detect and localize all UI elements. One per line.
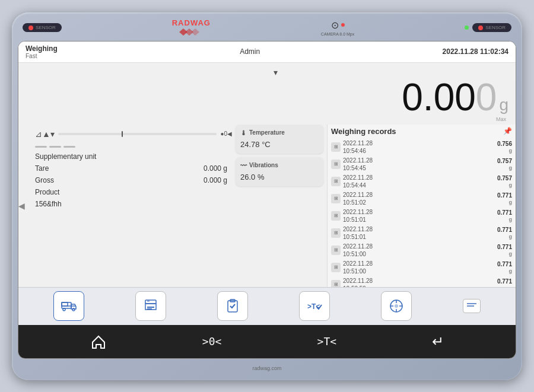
device-bottom-bar: radwag.com: [18, 362, 516, 374]
svg-rect-0: [62, 302, 71, 308]
camera-area: ⊙ CAMERA 8.0 Mpx: [321, 20, 354, 36]
tare-row: Tare 0.000 g: [35, 164, 232, 173]
records-header: Weighing records 📌: [331, 127, 512, 136]
scale-level-marker: [122, 131, 123, 137]
svg-rect-5: [145, 300, 156, 304]
record-row: ⊞ 2022.11.2810:50:59 0.771g: [331, 277, 512, 287]
record-datetime: 2022.11.2810:54:44: [343, 174, 373, 189]
weight-area: ▾ 0.000 g Max: [18, 63, 516, 125]
records-list: ⊞ 2022.11.2810:54:46 0.756g ⊞ 2022.11.28…: [331, 139, 512, 287]
screen-header: Weighing Fast Admin 2022.11.28 11:02:34: [18, 42, 516, 63]
scale-level-bar: [58, 133, 217, 135]
record-thumbnail: ⊞: [331, 280, 341, 287]
record-thumbnail: ⊞: [331, 211, 341, 221]
gross-row: Gross 0.000 g: [35, 176, 232, 184]
enter-icon: ↵: [432, 333, 444, 350]
zero-button[interactable]: >0<: [190, 330, 234, 352]
product-name: 156&fhh: [35, 200, 232, 208]
temperature-card: 🌡 Temperature 24.78 °C: [236, 125, 323, 154]
scale-level-row: ⊿▲▾ ●0◀: [35, 129, 232, 139]
supplementary-row: Supplementary unit: [35, 152, 232, 161]
divider: [35, 146, 232, 148]
scale-level-icon: ⊿▲▾: [35, 129, 55, 139]
record-datetime: 2022.11.2810:51:01: [343, 208, 373, 224]
type-check-icon: >T<: [306, 299, 323, 313]
clipboard-check-button[interactable]: [217, 291, 248, 321]
status-dot-green: [465, 26, 469, 30]
record-datetime: 2022.11.2810:51:00: [343, 243, 373, 258]
gross-label: Gross: [35, 176, 54, 184]
left-arrow-button[interactable]: ◀: [18, 201, 25, 211]
enter-button[interactable]: ↵: [420, 329, 456, 355]
print-truck-button[interactable]: [53, 291, 84, 321]
extra-icon: [466, 301, 478, 311]
record-weight: 0.771g: [497, 192, 512, 205]
left-sensor-badge: SENSOR: [23, 23, 62, 32]
screen: Weighing Fast Admin 2022.11.28 11:02:34 …: [18, 41, 516, 359]
record-row: ⊞ 2022.11.2810:51:01 0.771g: [331, 225, 512, 241]
record-row: ⊞ 2022.11.2810:51:00 0.771g: [331, 260, 512, 275]
temperature-value: 24.78 °C: [240, 140, 319, 149]
svg-rect-8: [147, 300, 150, 302]
print-truck-icon: [61, 299, 77, 313]
record-thumbnail: ⊞: [331, 177, 341, 186]
scale-level-value: ●0◀: [220, 130, 232, 137]
vibrations-title: 〰 Vibrations: [240, 162, 319, 169]
weight-unit: g: [499, 97, 508, 113]
tare-value: 0.000 g: [204, 164, 227, 173]
print-icon: [143, 299, 158, 313]
record-row: ⊞ 2022.11.2810:51:02 0.771g: [331, 191, 512, 206]
weight-value: 0.000 g: [402, 78, 508, 116]
svg-text:>T<: >T<: [307, 302, 320, 311]
home-button[interactable]: [78, 329, 119, 354]
weight-decimal: 0: [476, 78, 497, 116]
record-thumbnail: ⊞: [331, 228, 341, 238]
camera-label: CAMERA 8.0 Mpx: [321, 32, 354, 36]
toolbar: >T<: [18, 287, 516, 325]
tare-button[interactable]: >T<: [306, 330, 349, 352]
vibrations-icon: 〰: [240, 162, 247, 169]
record-weight: 0.757g: [497, 158, 512, 171]
record-weight: 0.757g: [497, 175, 512, 188]
header-datetime: 2022.11.28 11:02:34: [443, 47, 508, 56]
record-weight: 0.771g: [497, 209, 512, 222]
logo-text: RADWAG: [172, 18, 211, 27]
right-sensor-dot: [478, 26, 483, 30]
camera-icon: ⊙: [331, 20, 339, 31]
right-sensor-badge: SENSOR: [472, 23, 511, 32]
record-row: ⊞ 2022.11.2810:51:00 0.771g: [331, 243, 512, 258]
screen-main: ▾ 0.000 g Max ◀ ⊿▲▾: [18, 63, 516, 358]
right-panel: Weighing records 📌 ⊞ 2022.11.2810:54:46 …: [327, 125, 516, 287]
product-label: Product: [35, 188, 59, 196]
record-row: ⊞ 2022.11.2810:51:01 0.771g: [331, 208, 512, 224]
radwag-url: radwag.com: [252, 365, 281, 371]
print-button[interactable]: [135, 291, 166, 321]
records-title: Weighing records: [331, 127, 396, 136]
weight-integer: 0.00: [402, 78, 476, 116]
temperature-label: Temperature: [249, 129, 285, 136]
svg-point-3: [63, 308, 65, 311]
vibrations-value: 26.0 %: [240, 173, 319, 181]
record-weight: 0.771g: [497, 278, 512, 287]
extra-button[interactable]: [463, 299, 481, 313]
record-datetime: 2022.11.2810:54:46: [343, 139, 373, 155]
record-weight: 0.771g: [497, 244, 512, 257]
svg-point-4: [72, 308, 75, 311]
vibrations-label: Vibrations: [249, 162, 278, 168]
nav-bar: >0< >T< ↵: [18, 325, 516, 358]
record-thumbnail: ⊞: [331, 142, 341, 152]
middle-panel: 🌡 Temperature 24.78 °C 〰 Vibrations 26.0…: [232, 125, 327, 287]
svg-rect-7: [147, 308, 152, 310]
home-icon: [90, 334, 107, 349]
left-sensor-dot: [28, 26, 33, 30]
svg-rect-6: [147, 307, 154, 308]
type-check-button[interactable]: >T<: [299, 291, 330, 321]
temperature-icon: 🌡: [240, 129, 247, 136]
record-datetime: 2022.11.2810:51:01: [343, 225, 373, 241]
record-thumbnail: ⊞: [331, 160, 341, 169]
logo-area: RADWAG: [172, 18, 211, 37]
record-weight: 0.771g: [497, 261, 512, 274]
svg-point-17: [395, 304, 398, 308]
target-button[interactable]: [381, 291, 412, 321]
left-sensor-label: SENSOR: [36, 25, 56, 30]
